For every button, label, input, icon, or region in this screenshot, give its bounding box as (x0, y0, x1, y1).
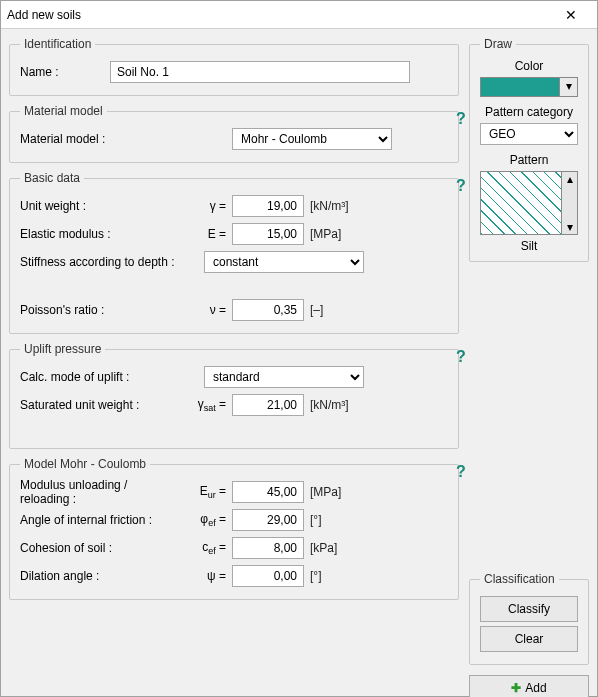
window-title: Add new soils (7, 8, 551, 22)
material-model-select[interactable]: Mohr - Coulomb (232, 128, 392, 150)
label-phi: Angle of internal friction : (20, 513, 180, 527)
legend-draw: Draw (480, 37, 516, 51)
label-eur: Modulus unloading / reloading : (20, 478, 180, 506)
chevron-down-icon[interactable]: ▾ (560, 77, 578, 97)
label-unit-weight: Unit weight : (20, 199, 180, 213)
clear-button[interactable]: Clear (480, 626, 578, 652)
dialog-add-new-soils: Add new soils ✕ Identification Name : Ma… (0, 0, 598, 697)
symbol-eur: Eur = (180, 484, 232, 500)
label-uplift-mode: Calc. mode of uplift : (20, 370, 180, 384)
dilation-field[interactable] (232, 565, 304, 587)
group-draw: Draw Color ▾ Pattern category GEO Patter… (469, 37, 589, 262)
unit-weight-field[interactable] (232, 195, 304, 217)
label-name: Name : (20, 65, 110, 79)
dialog-content: Identification Name : Material model ? M… (1, 29, 597, 696)
legend-classification: Classification (480, 572, 559, 586)
plus-icon: ✚ (511, 681, 521, 695)
pattern-preview[interactable] (480, 171, 562, 235)
label-poisson: Poisson's ratio : (20, 303, 180, 317)
group-identification: Identification Name : (9, 37, 459, 96)
label-pattern: Pattern (480, 153, 578, 167)
add-button[interactable]: ✚Add (469, 675, 589, 697)
close-icon[interactable]: ✕ (551, 7, 591, 23)
pattern-name: Silt (480, 239, 578, 253)
symbol-c: cef = (180, 540, 232, 556)
unit-kn-m3: [kN/m³] (304, 398, 349, 412)
unit-mpa: [MPa] (304, 227, 341, 241)
label-stiffness: Stiffness according to depth : (20, 255, 180, 269)
label-dilation: Dilation angle : (20, 569, 180, 583)
unit-kpa: [kPa] (304, 541, 337, 555)
stiffness-select[interactable]: constant (204, 251, 364, 273)
classify-button[interactable]: Classify (480, 596, 578, 622)
label-pattern-category: Pattern category (480, 105, 578, 119)
group-basic-data: Basic data ? Unit weight : γ = [kN/m³] E… (9, 171, 459, 334)
unit-kn-m3: [kN/m³] (304, 199, 349, 213)
legend-mohr: Model Mohr - Coulomb (20, 457, 150, 471)
pattern-scroll[interactable]: ▴▾ (562, 171, 578, 235)
label-sat-weight: Saturated unit weight : (20, 398, 180, 412)
label-elastic-modulus: Elastic modulus : (20, 227, 180, 241)
titlebar: Add new soils ✕ (1, 1, 597, 29)
help-icon[interactable]: ? (456, 348, 472, 364)
label-color: Color (480, 59, 578, 73)
unit-deg: [°] (304, 513, 321, 527)
left-column: Identification Name : Material model ? M… (9, 37, 459, 608)
eur-field[interactable] (232, 481, 304, 503)
phi-field[interactable] (232, 509, 304, 531)
elastic-modulus-field[interactable] (232, 223, 304, 245)
symbol-nu: ν = (180, 303, 232, 317)
right-column: Draw Color ▾ Pattern category GEO Patter… (469, 37, 589, 697)
symbol-e: E = (180, 227, 232, 241)
symbol-gamma-sat: γsat = (180, 397, 232, 413)
legend-uplift: Uplift pressure (20, 342, 105, 356)
unit-dimless: [–] (304, 303, 323, 317)
group-mohr: Model Mohr - Coulomb ? Modulus unloading… (9, 457, 459, 600)
symbol-gamma: γ = (180, 199, 232, 213)
name-field[interactable] (110, 61, 410, 83)
unit-deg: [°] (304, 569, 321, 583)
color-swatch (480, 77, 560, 97)
label-cohesion: Cohesion of soil : (20, 541, 180, 555)
poisson-field[interactable] (232, 299, 304, 321)
label-material-model: Material model : (20, 132, 180, 146)
pattern-category-select[interactable]: GEO (480, 123, 578, 145)
legend-basic-data: Basic data (20, 171, 84, 185)
sat-weight-field[interactable] (232, 394, 304, 416)
legend-identification: Identification (20, 37, 95, 51)
group-uplift: Uplift pressure ? Calc. mode of uplift :… (9, 342, 459, 449)
group-classification: Classification Classify Clear (469, 572, 589, 665)
cohesion-field[interactable] (232, 537, 304, 559)
symbol-psi: ψ = (180, 569, 232, 583)
uplift-mode-select[interactable]: standard (204, 366, 364, 388)
legend-material-model: Material model (20, 104, 107, 118)
symbol-phi: φef = (180, 512, 232, 528)
color-picker[interactable]: ▾ (480, 77, 578, 97)
group-material-model: Material model ? Material model : Mohr -… (9, 104, 459, 163)
help-icon[interactable]: ? (456, 463, 472, 479)
unit-mpa: [MPa] (304, 485, 341, 499)
